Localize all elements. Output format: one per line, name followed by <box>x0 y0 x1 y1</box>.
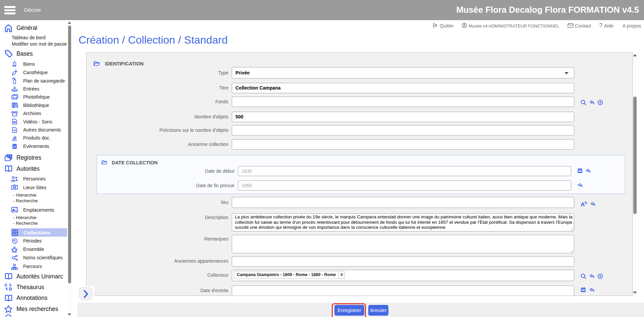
svg-text:A: A <box>4 283 8 287</box>
svg-text:B: B <box>9 286 12 291</box>
